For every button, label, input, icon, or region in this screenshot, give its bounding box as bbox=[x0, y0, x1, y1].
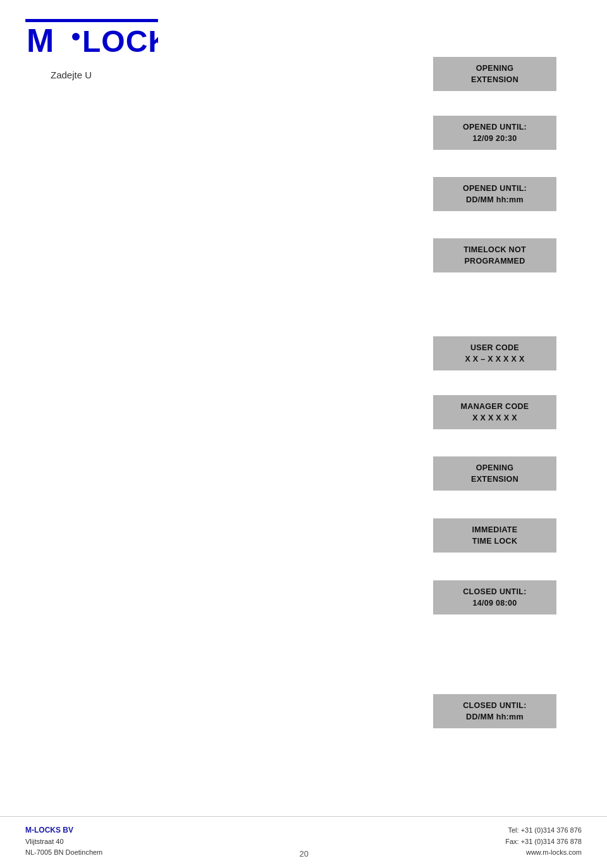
block-line1-opened-until-1: OPENED UNTIL: bbox=[463, 123, 527, 131]
block-line2-closed-until-1: 14/09 08:00 bbox=[472, 599, 517, 608]
display-block-opened-until-1: OPENED UNTIL:12/09 20:30 bbox=[433, 116, 556, 150]
display-block-manager-code: MANAGER CODEX X X X X X bbox=[433, 395, 556, 429]
footer-address2: NL-7005 BN Doetinchem bbox=[25, 847, 102, 859]
svg-text:LOCKS: LOCKS bbox=[82, 25, 158, 58]
block-line1-user-code: USER CODE bbox=[470, 343, 519, 352]
block-line2-opening-extension-2: EXTENSION bbox=[471, 475, 518, 484]
block-line1-opening-extension-2: OPENING bbox=[476, 463, 514, 472]
svg-text:M: M bbox=[27, 22, 52, 58]
block-line2-timelock-not: PROGRAMMED bbox=[464, 257, 525, 266]
block-line2-opened-until-1: 12/09 20:30 bbox=[472, 134, 517, 143]
display-block-immediate-time-lock: IMMEDIATETIME LOCK bbox=[433, 518, 556, 553]
footer: M-LOCKS BV Vlijtstraat 40 NL-7005 BN Doe… bbox=[0, 816, 607, 868]
block-line2-manager-code: X X X X X X bbox=[472, 413, 517, 422]
footer-company-name: M-LOCKS BV bbox=[25, 824, 102, 836]
block-line1-closed-until-2: CLOSED UNTIL: bbox=[463, 701, 526, 710]
footer-company-info: M-LOCKS BV Vlijtstraat 40 NL-7005 BN Doe… bbox=[25, 824, 102, 859]
block-line1-manager-code: MANAGER CODE bbox=[461, 402, 529, 411]
block-line2-user-code: X X – X X X X X bbox=[465, 355, 524, 364]
display-block-timelock-not: TIMELOCK NOTPROGRAMMED bbox=[433, 238, 556, 272]
block-line2-opened-until-2: DD/MM hh:mm bbox=[466, 195, 524, 204]
block-line1-timelock-not: TIMELOCK NOT bbox=[463, 245, 526, 254]
page-number-text: 20 bbox=[300, 849, 309, 859]
page-wrapper: M LOCKS Zadejte U OPENINGEXTENSIONOPENED… bbox=[0, 0, 607, 868]
block-line1-opened-until-2: OPENED UNTIL: bbox=[463, 184, 527, 193]
zadejte-text: Zadejte U bbox=[51, 70, 92, 80]
footer-contact: Tel: +31 (0)314 376 876 Fax: +31 (0)314 … bbox=[505, 825, 582, 859]
display-block-opening-extension-2: OPENINGEXTENSION bbox=[433, 456, 556, 491]
svg-rect-4 bbox=[25, 19, 158, 22]
block-line2-immediate-time-lock: TIME LOCK bbox=[472, 537, 517, 546]
footer-page-number: 20 bbox=[300, 849, 309, 859]
block-line2-opening-extension-1: EXTENSION bbox=[471, 75, 518, 84]
display-block-opening-extension-1: OPENINGEXTENSION bbox=[433, 57, 556, 91]
svg-point-2 bbox=[72, 33, 80, 40]
display-block-user-code: USER CODEX X – X X X X X bbox=[433, 336, 556, 370]
display-block-closed-until-2: CLOSED UNTIL:DD/MM hh:mm bbox=[433, 694, 556, 728]
footer-address1: Vlijtstraat 40 bbox=[25, 836, 102, 848]
footer-website: www.m-locks.com bbox=[505, 847, 582, 859]
block-line1-closed-until-1: CLOSED UNTIL: bbox=[463, 587, 526, 596]
block-line1-opening-extension-1: OPENING bbox=[476, 64, 514, 73]
footer-tel: Tel: +31 (0)314 376 876 bbox=[505, 825, 582, 836]
logo-area: M LOCKS bbox=[25, 19, 158, 61]
zadejte-label: Zadejte U bbox=[51, 70, 92, 80]
display-block-opened-until-2: OPENED UNTIL:DD/MM hh:mm bbox=[433, 177, 556, 211]
block-line1-immediate-time-lock: IMMEDIATE bbox=[472, 525, 518, 534]
block-line2-closed-until-2: DD/MM hh:mm bbox=[466, 712, 524, 721]
footer-fax: Fax: +31 (0)314 376 878 bbox=[505, 836, 582, 848]
mlocks-logo: M LOCKS bbox=[25, 19, 158, 58]
display-block-closed-until-1: CLOSED UNTIL:14/09 08:00 bbox=[433, 580, 556, 614]
